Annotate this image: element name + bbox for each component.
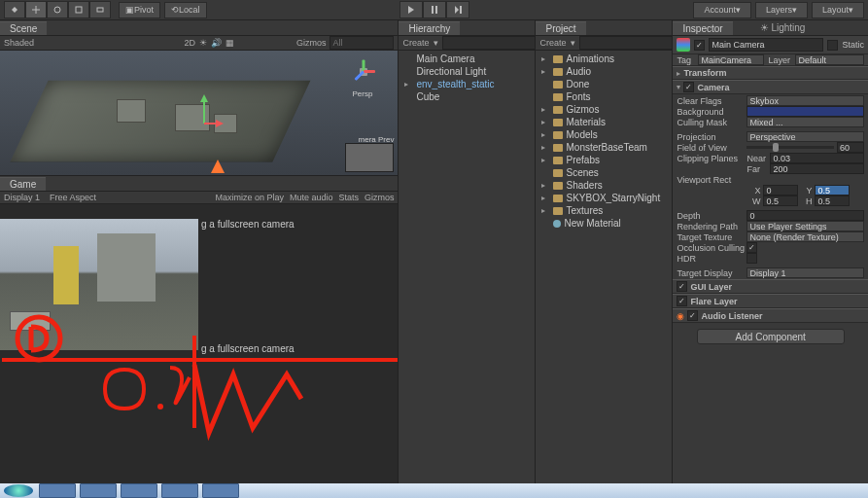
hierarchy-item[interactable]: Directional Light — [399, 65, 535, 78]
taskbar-app[interactable] — [161, 483, 198, 498]
aspect-dropdown[interactable]: Free Aspect — [50, 193, 96, 202]
foldout-icon[interactable]: ▸ — [541, 181, 545, 190]
foldout-icon[interactable]: ▸ — [541, 143, 545, 152]
game-tab[interactable]: Game — [0, 177, 46, 191]
step-button[interactable] — [446, 1, 469, 18]
foldout-icon[interactable]: ▸ — [541, 105, 545, 114]
audio-listener-component-header[interactable]: ◉✓Audio Listener — [673, 308, 868, 323]
component-enabled-checkbox[interactable]: ✓ — [687, 310, 698, 321]
add-component-button[interactable]: Add Component — [697, 329, 845, 344]
2d-toggle[interactable]: 2D — [184, 38, 195, 48]
projection-dropdown[interactable]: Perspective — [746, 131, 864, 142]
hand-tool[interactable] — [4, 1, 25, 18]
layers-dropdown[interactable]: Layers ▾ — [755, 2, 808, 18]
foldout-icon[interactable]: ▾ — [677, 83, 680, 91]
static-checkbox[interactable] — [827, 40, 838, 51]
foldout-icon[interactable]: ▸ — [541, 156, 545, 164]
foldout-icon[interactable]: ▸ — [541, 206, 545, 215]
project-folder[interactable]: ▸Textures — [536, 204, 672, 217]
taskbar-app[interactable] — [80, 483, 117, 498]
hdr-checkbox[interactable] — [746, 253, 757, 264]
culling-mask-dropdown[interactable]: Mixed ... — [746, 117, 864, 127]
near-field[interactable]: 0.03 — [770, 153, 864, 163]
project-folder[interactable]: Fonts — [536, 90, 672, 103]
project-asset[interactable]: New Material — [536, 217, 672, 230]
rotate-tool[interactable] — [47, 1, 68, 18]
hierarchy-create-dropdown[interactable]: Create — [402, 38, 429, 48]
hierarchy-tab[interactable]: Hierarchy — [399, 21, 460, 35]
depth-field[interactable]: 0 — [746, 210, 864, 221]
foldout-icon[interactable]: ▸ — [404, 80, 408, 89]
scale-tool[interactable] — [68, 1, 89, 18]
component-enabled-checkbox[interactable]: ✓ — [677, 281, 687, 292]
rendering-path-dropdown[interactable]: Use Player Settings — [746, 221, 864, 231]
mute-toggle[interactable]: Mute audio — [290, 193, 333, 202]
local-toggle[interactable]: ⟲ Local — [164, 2, 207, 18]
camera-component-header[interactable]: ▾✓Camera — [673, 80, 868, 94]
gui-layer-component-header[interactable]: ✓GUI Layer — [673, 279, 868, 294]
hierarchy-item[interactable]: ▸env_stealth_static — [399, 78, 535, 90]
foldout-icon[interactable]: ▸ — [541, 54, 545, 63]
component-enabled-checkbox[interactable]: ✓ — [683, 82, 694, 92]
fx-toggle-icon[interactable]: ▦ — [226, 38, 234, 48]
foldout-icon[interactable]: ▸ — [541, 118, 545, 126]
foldout-icon[interactable]: ◉ — [677, 311, 684, 321]
start-button[interactable] — [4, 484, 33, 497]
viewport-h-field[interactable]: 0.5 — [815, 196, 850, 206]
component-enabled-checkbox[interactable]: ✓ — [677, 296, 687, 306]
viewport-x-field[interactable]: 0 — [763, 185, 798, 196]
target-texture-field[interactable]: None (Render Texture) — [746, 231, 864, 242]
project-folder[interactable]: Done — [536, 78, 672, 90]
hierarchy-item[interactable]: Main Camera — [399, 53, 535, 65]
pivot-toggle[interactable]: ▣ Pivot — [119, 2, 160, 18]
layout-dropdown[interactable]: Layout ▾ — [812, 2, 864, 18]
audio-toggle-icon[interactable]: 🔊 — [211, 38, 222, 48]
display-dropdown[interactable]: Display 1 — [4, 193, 40, 202]
clear-flags-dropdown[interactable]: Skybox — [746, 95, 864, 106]
inspector-tab[interactable]: Inspector — [673, 21, 732, 35]
light-toggle-icon[interactable]: ☀ — [199, 38, 207, 48]
lighting-tab[interactable]: ☀ Lighting — [752, 21, 814, 34]
active-checkbox[interactable]: ✓ — [694, 40, 705, 51]
project-folder[interactable]: ▸MonsterBaseTeam — [536, 141, 672, 154]
project-folder[interactable]: ▸SKYBOX_StarryNight — [536, 192, 672, 204]
game-gizmos-dropdown[interactable]: Gizmos — [365, 193, 395, 202]
project-folder[interactable]: ▸Prefabs — [536, 154, 672, 166]
taskbar-app[interactable] — [39, 483, 76, 498]
foldout-icon[interactable]: ▸ — [677, 69, 680, 78]
fov-value[interactable]: 60 — [837, 142, 864, 153]
object-name-field[interactable] — [709, 38, 823, 52]
project-folder[interactable]: ▸Audio — [536, 65, 672, 78]
far-field[interactable]: 200 — [770, 163, 864, 174]
flare-layer-component-header[interactable]: ✓Flare Layer — [673, 294, 868, 308]
move-tool[interactable] — [25, 1, 47, 18]
shading-dropdown[interactable]: Shaded — [4, 38, 34, 48]
occlusion-checkbox[interactable]: ✓ — [746, 242, 757, 253]
transform-component-header[interactable]: ▸Transform — [673, 66, 868, 80]
account-dropdown[interactable]: Account ▾ — [693, 2, 751, 18]
fov-slider[interactable] — [746, 146, 834, 149]
viewport-w-field[interactable]: 0.5 — [763, 196, 798, 206]
project-folder[interactable]: ▸Materials — [536, 116, 672, 128]
play-button[interactable] — [399, 1, 423, 18]
project-folder[interactable]: ▸Gizmos — [536, 103, 672, 116]
pause-button[interactable] — [423, 1, 446, 18]
taragona-app[interactable] — [202, 483, 239, 498]
taskbar-app[interactable] — [121, 483, 157, 498]
gizmos-dropdown[interactable]: Gizmos — [296, 38, 327, 48]
background-color-field[interactable] — [746, 106, 864, 117]
project-folder[interactable]: ▸Animations — [536, 53, 672, 65]
maximize-toggle[interactable]: Maximize on Play — [215, 193, 284, 202]
layer-dropdown[interactable]: Default — [795, 54, 864, 65]
tag-dropdown[interactable]: MainCamera — [698, 54, 764, 65]
scene-search-input[interactable] — [330, 36, 394, 50]
hierarchy-item[interactable]: Cube — [399, 90, 535, 103]
rect-tool[interactable] — [89, 1, 111, 18]
foldout-icon[interactable]: ▸ — [541, 67, 545, 76]
project-folder[interactable]: ▸Models — [536, 128, 672, 141]
game-viewport[interactable]: g a fullscreen camera g a fullscreen cam… — [0, 204, 398, 498]
scene-tab[interactable]: Scene — [0, 21, 47, 35]
viewport-y-field[interactable]: 0.5 — [815, 185, 850, 196]
foldout-icon[interactable]: ▸ — [541, 194, 545, 202]
target-display-dropdown[interactable]: Display 1 — [746, 267, 864, 278]
